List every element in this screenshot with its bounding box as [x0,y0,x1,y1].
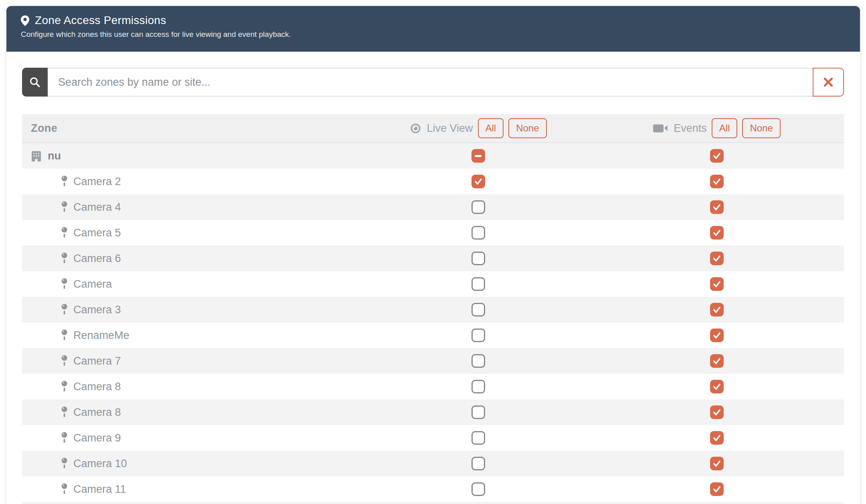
live-view-cell [367,405,589,419]
live-view-cell [367,149,589,163]
zone-row: Camera 8 [22,399,844,425]
events-cell [589,252,844,265]
events-checkbox[interactable] [710,405,724,419]
camera-pin-icon [61,381,67,393]
zone-name: Camera 2 [73,175,121,188]
events-checkbox[interactable] [710,329,724,342]
camera-pin-icon [61,304,67,316]
live-view-cell [367,303,589,317]
zone-cell: Camera 4 [22,201,367,214]
live-view-cell [367,457,589,470]
events-checkbox[interactable] [710,354,724,368]
events-cell [589,482,844,496]
live-view-checkbox[interactable] [471,200,485,214]
events-label: Events [674,122,707,135]
panel-body: Zone Live View All None [6,52,860,504]
zone-row: Camera [22,271,844,297]
events-cell [589,329,844,342]
live-view-checkbox[interactable] [471,149,485,163]
events-checkbox[interactable] [710,482,724,496]
live-view-all-button[interactable]: All [478,118,504,138]
live-view-checkbox[interactable] [471,380,485,393]
events-checkbox[interactable] [710,226,724,240]
live-view-cell [367,431,589,445]
live-view-label: Live View [427,122,473,135]
eye-icon [409,122,422,135]
live-view-checkbox[interactable] [471,303,485,317]
live-view-checkbox[interactable] [471,405,485,419]
events-checkbox[interactable] [710,277,724,291]
search-input[interactable] [48,69,813,96]
camera-pin-icon [61,483,67,496]
zone-row: nu [22,143,844,169]
live-view-cell [367,354,589,368]
zone-name: Camera 7 [73,355,121,367]
zone-cell: Camera [22,278,367,290]
events-checkbox[interactable] [710,149,724,163]
live-view-checkbox[interactable] [471,329,485,342]
events-checkbox[interactable] [710,175,724,188]
events-cell [589,303,844,317]
clear-search-button[interactable] [813,68,844,97]
events-checkbox[interactable] [710,252,724,265]
live-view-checkbox[interactable] [471,354,485,368]
live-view-checkbox[interactable] [471,431,485,445]
zone-name: Camera 9 [73,432,121,444]
live-view-cell [367,252,589,265]
zone-row: Camera 10 [22,451,844,476]
zone-column-header: Zone [22,122,367,135]
zones-table: Zone Live View All None [22,114,844,504]
events-cell [589,457,844,470]
events-none-button[interactable]: None [742,118,780,138]
events-cell [589,380,844,393]
live-view-checkbox[interactable] [471,482,485,496]
events-all-button[interactable]: All [712,118,738,138]
camera-pin-icon [61,355,67,367]
live-view-column-header: Live View All None [367,118,589,138]
zone-name: Camera 11 [73,483,126,496]
events-cell [589,200,844,214]
live-view-none-button[interactable]: None [508,118,546,138]
zone-cell: Camera 10 [22,458,367,470]
zone-row: RenameMe [22,323,844,348]
zone-name: Camera 3 [73,304,121,316]
live-view-checkbox[interactable] [471,457,485,470]
live-view-cell [367,329,589,342]
events-cell [589,149,844,163]
zone-row: Camera 4 [22,194,844,220]
live-view-checkbox[interactable] [471,175,485,188]
events-checkbox[interactable] [710,431,724,445]
page-subtitle: Configure which zones this user can acce… [21,30,844,39]
zone-name: Camera 6 [73,252,121,265]
live-view-checkbox[interactable] [471,226,485,240]
events-cell [589,431,844,445]
events-checkbox[interactable] [710,200,724,214]
zone-cell: nu [22,150,367,162]
search-bar [22,68,844,97]
camera-pin-icon [61,175,67,188]
live-view-cell [367,200,589,214]
events-checkbox[interactable] [710,380,724,393]
zone-name: Camera 8 [73,381,121,393]
events-checkbox[interactable] [710,303,724,317]
events-cell [589,354,844,368]
zone-cell: RenameMe [22,329,367,342]
zone-cell: Camera 7 [22,355,367,367]
live-view-checkbox[interactable] [471,252,485,265]
events-checkbox[interactable] [710,457,724,470]
zone-cell: Camera 6 [22,252,367,265]
zone-row: Camera 9 [22,425,844,451]
camera-pin-icon [61,201,67,214]
zone-name: Camera 10 [73,458,127,470]
live-view-cell [367,226,589,240]
zone-row: Camera 5 [22,220,844,246]
camera-pin-icon [61,252,67,265]
events-cell [589,226,844,240]
camera-pin-icon [61,227,67,239]
live-view-checkbox[interactable] [471,277,485,291]
events-cell [589,277,844,291]
live-view-cell [367,380,589,393]
table-header: Zone Live View All None [22,114,844,143]
camera-pin-icon [61,406,67,419]
search-button[interactable] [22,68,48,97]
